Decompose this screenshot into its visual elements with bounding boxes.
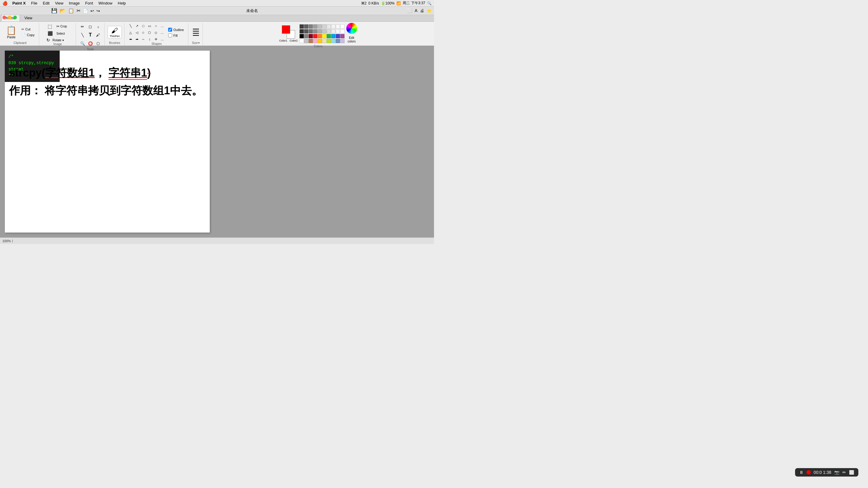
color-swatch[interactable]: [318, 24, 322, 29]
size-button[interactable]: [192, 27, 200, 38]
line-tool[interactable]: ╲: [79, 31, 86, 38]
color1-swatch[interactable]: [282, 25, 290, 34]
search-icon[interactable]: 🔍: [427, 1, 432, 5]
toolbar-icon-copy2[interactable]: 📄: [83, 8, 88, 13]
star-icon[interactable]: ⭐: [427, 8, 432, 13]
color-swatch[interactable]: [300, 24, 304, 29]
shape-arr4[interactable]: ↔: [140, 36, 146, 42]
color-swatch[interactable]: [327, 34, 331, 38]
color-swatch[interactable]: [300, 29, 304, 33]
color-swatch[interactable]: [313, 29, 317, 33]
shape-more2[interactable]: …: [159, 30, 165, 36]
color-swatch[interactable]: [313, 34, 317, 38]
toolbar-icon-cut[interactable]: ✂: [76, 8, 81, 13]
color-swatch[interactable]: [331, 24, 336, 29]
fill-tool[interactable]: ⬦: [95, 23, 102, 30]
toolbar-icon-open[interactable]: 📂: [60, 8, 66, 13]
outline-checkbox[interactable]: [168, 28, 172, 32]
color-swatch[interactable]: [304, 24, 308, 29]
fill-checkbox[interactable]: [168, 33, 172, 37]
shape-arr5[interactable]: ↕: [147, 36, 153, 42]
color-swatch[interactable]: [336, 24, 340, 29]
color-swatch[interactable]: [327, 39, 331, 43]
color-swatch[interactable]: [304, 29, 308, 33]
font-icon[interactable]: A: [415, 8, 417, 13]
color-swatch[interactable]: [340, 24, 344, 29]
shape-ellipse[interactable]: ○: [153, 23, 159, 29]
shape-tri2[interactable]: ◁: [134, 30, 140, 36]
cut-button[interactable]: ✂ Cut: [20, 27, 36, 32]
rotate-button[interactable]: Rotate ▾: [51, 38, 65, 42]
color-swatch[interactable]: [331, 29, 336, 33]
color-swatch[interactable]: [313, 39, 317, 43]
tab-view[interactable]: View: [20, 15, 37, 22]
color-wheel[interactable]: [346, 23, 357, 34]
menu-window[interactable]: Window: [96, 1, 115, 5]
menu-view[interactable]: View: [53, 1, 66, 5]
color-swatch[interactable]: [322, 24, 327, 29]
print-icon[interactable]: 🖨: [420, 8, 424, 13]
shape-line[interactable]: ╲: [127, 23, 133, 29]
color-swatch[interactable]: [300, 34, 304, 38]
color-swatch[interactable]: [336, 34, 340, 38]
color-swatch[interactable]: [340, 34, 344, 38]
close-button[interactable]: [2, 16, 6, 19]
toolbar-icon-undo[interactable]: ↩: [90, 8, 94, 13]
color-swatch[interactable]: [331, 39, 336, 43]
shape-arrow1[interactable]: ↗: [134, 23, 140, 29]
color-swatch[interactable]: [309, 24, 313, 29]
color-swatch[interactable]: [340, 39, 344, 43]
menu-font[interactable]: Font: [83, 1, 96, 5]
shape-arrow3[interactable]: ➡: [134, 36, 140, 42]
color-swatch[interactable]: [322, 29, 327, 33]
apple-menu[interactable]: 🍎: [2, 1, 7, 6]
select-button[interactable]: ⬚: [46, 23, 53, 30]
crop-button[interactable]: ✂ Crop: [55, 24, 69, 29]
color-swatch[interactable]: [327, 24, 331, 29]
select-button2[interactable]: ⬛: [46, 30, 54, 36]
color-swatch[interactable]: [340, 29, 344, 33]
shape-hex[interactable]: ⬡: [147, 30, 153, 36]
shape-star[interactable]: ☆: [140, 30, 146, 36]
color-swatch[interactable]: [322, 34, 327, 38]
color-swatch[interactable]: [318, 29, 322, 33]
minimize-button[interactable]: [8, 16, 11, 19]
text-tool[interactable]: T: [87, 31, 94, 38]
color-swatch[interactable]: [309, 34, 313, 38]
shape-tri1[interactable]: △: [127, 30, 133, 36]
paste-button[interactable]: 📋 Paste: [4, 24, 19, 40]
menu-paintx[interactable]: Paint X: [10, 1, 28, 5]
color-swatch[interactable]: [304, 39, 308, 43]
copy-button[interactable]: 📄 Copy: [20, 33, 36, 38]
brushes-button[interactable]: 🖌 ThinPen: [107, 26, 122, 38]
toolbar-icon-saveas[interactable]: 📋: [68, 8, 74, 13]
shape-diamond[interactable]: ◇: [153, 30, 159, 36]
toolbar-icon-save[interactable]: 💾: [51, 8, 57, 13]
color-swatch[interactable]: [309, 29, 313, 33]
shape-roundrect[interactable]: ▭: [147, 23, 153, 29]
color-swatch[interactable]: [304, 34, 308, 38]
shape-rect[interactable]: □: [140, 23, 146, 29]
color-swatch[interactable]: [318, 34, 322, 38]
shape-more1[interactable]: …: [159, 23, 165, 29]
select-label[interactable]: Select: [55, 31, 66, 36]
color-swatch[interactable]: [336, 29, 340, 33]
canvas-container[interactable]: /* 039 strcpy,strncpy strcat */ strcpy(字…: [0, 46, 434, 237]
color-swatch[interactable]: [313, 24, 317, 29]
color-swatch[interactable]: [336, 39, 340, 43]
pencil-tool[interactable]: ✏: [79, 23, 86, 30]
edit-colors-button[interactable]: Editcolors: [346, 35, 357, 44]
canvas[interactable]: /* 039 strcpy,strncpy strcat */ strcpy(字…: [5, 51, 210, 233]
shape-more3[interactable]: …: [159, 36, 165, 42]
color-swatch[interactable]: [322, 39, 327, 43]
shape-arrow2[interactable]: ⬅: [127, 36, 133, 42]
color-swatch[interactable]: [327, 29, 331, 33]
color-swatch[interactable]: [300, 39, 304, 43]
toolbar-icon-redo[interactable]: ↪: [96, 8, 100, 13]
color-swatch[interactable]: [318, 39, 322, 43]
menu-help[interactable]: Help: [116, 1, 128, 5]
menu-file[interactable]: File: [29, 1, 40, 5]
picker-tool[interactable]: 🖋: [95, 31, 102, 38]
zoom-slider[interactable]: |: [12, 239, 13, 242]
fullscreen-button[interactable]: [13, 16, 17, 19]
